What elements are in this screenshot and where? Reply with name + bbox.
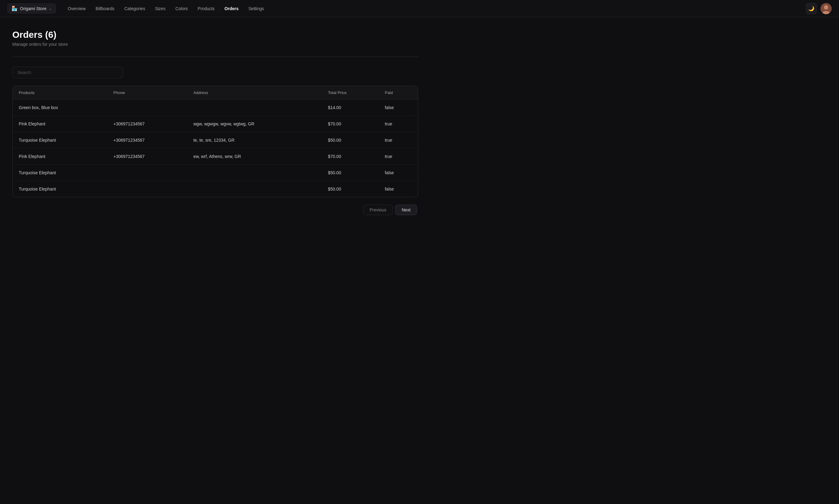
store-icon: 🏪 xyxy=(11,5,18,11)
nav-link-categories[interactable]: Categories xyxy=(120,4,150,13)
page-title: Orders (6) xyxy=(12,30,418,40)
table-body: Green box, Blue box$14.00falsePink Eleph… xyxy=(13,100,418,197)
col-header-address: Address xyxy=(187,86,322,100)
nav-link-colors[interactable]: Colors xyxy=(171,4,192,13)
cell-address xyxy=(187,181,322,197)
moon-icon: 🌙 xyxy=(808,5,815,11)
cell-address: ew, wrf, Athens, wrw, GR xyxy=(187,148,322,165)
cell-products: Turquoise Elephant xyxy=(13,181,107,197)
cell-total_price: $50.00 xyxy=(322,132,379,148)
cell-paid: false xyxy=(379,181,418,197)
cell-phone: +306971234567 xyxy=(107,132,187,148)
table-row: Turquoise Elephant$50.00false xyxy=(13,165,418,181)
theme-toggle-button[interactable]: 🌙 xyxy=(806,3,817,14)
nav-link-orders[interactable]: Orders xyxy=(220,4,243,13)
cell-products: Green box, Blue box xyxy=(13,100,107,116)
nav-link-products[interactable]: Products xyxy=(193,4,219,13)
cell-address xyxy=(187,165,322,181)
cell-address: te, te, sre, 12334, GR xyxy=(187,132,322,148)
cell-products: Pink Elephant xyxy=(13,116,107,132)
nav-link-settings[interactable]: Settings xyxy=(244,4,268,13)
main-content: Orders (6) Manage orders for your store … xyxy=(0,17,431,228)
previous-button[interactable]: Previous xyxy=(363,205,393,215)
table-row: Green box, Blue box$14.00false xyxy=(13,100,418,116)
avatar[interactable] xyxy=(821,3,832,14)
search-input[interactable] xyxy=(12,67,123,78)
col-header-phone: Phone xyxy=(107,86,187,100)
cell-phone xyxy=(107,100,187,116)
store-selector[interactable]: 🏪 Origami Store ⌄ xyxy=(7,3,56,14)
nav-links: OverviewBillboardsCategoriesSizesColorsP… xyxy=(63,4,803,13)
col-header-products: Products xyxy=(13,86,107,100)
cell-paid: true xyxy=(379,132,418,148)
cell-address xyxy=(187,100,322,116)
top-nav: 🏪 Origami Store ⌄ OverviewBillboardsCate… xyxy=(0,0,839,17)
store-name: Origami Store xyxy=(20,6,47,11)
page-subtitle: Manage orders for your store xyxy=(12,42,418,47)
table-row: Pink Elephant+306971234567wgw, wgwgw, wg… xyxy=(13,116,418,132)
cell-phone: +306971234567 xyxy=(107,116,187,132)
section-divider xyxy=(12,56,418,57)
chevron-down-icon: ⌄ xyxy=(49,6,52,11)
cell-total_price: $14.00 xyxy=(322,100,379,116)
cell-phone xyxy=(107,165,187,181)
cell-paid: true xyxy=(379,148,418,165)
cell-paid: false xyxy=(379,165,418,181)
next-button[interactable]: Next xyxy=(395,205,417,215)
cell-address: wgw, wgwgw, wgvw, wgtwg, GR xyxy=(187,116,322,132)
cell-total_price: $50.00 xyxy=(322,181,379,197)
cell-total_price: $50.00 xyxy=(322,165,379,181)
nav-link-overview[interactable]: Overview xyxy=(63,4,90,13)
col-header-paid: Paid xyxy=(379,86,418,100)
table-header: ProductsPhoneAddressTotal PricePaid xyxy=(13,86,418,100)
cell-products: Pink Elephant xyxy=(13,148,107,165)
cell-products: Turquoise Elephant xyxy=(13,165,107,181)
nav-right: 🌙 xyxy=(806,3,832,14)
cell-paid: true xyxy=(379,116,418,132)
col-header-total_price: Total Price xyxy=(322,86,379,100)
table-row: Turquoise Elephant$50.00false xyxy=(13,181,418,197)
cell-paid: false xyxy=(379,100,418,116)
orders-table-container: ProductsPhoneAddressTotal PricePaid Gree… xyxy=(12,86,418,197)
cell-products: Turquoise Elephant xyxy=(13,132,107,148)
orders-table: ProductsPhoneAddressTotal PricePaid Gree… xyxy=(13,86,418,197)
table-row: Turquoise Elephant+306971234567te, te, s… xyxy=(13,132,418,148)
cell-phone: +306971234567 xyxy=(107,148,187,165)
cell-total_price: $70.00 xyxy=(322,116,379,132)
table-row: Pink Elephant+306971234567ew, wrf, Athen… xyxy=(13,148,418,165)
table-header-row: ProductsPhoneAddressTotal PricePaid xyxy=(13,86,418,100)
cell-phone xyxy=(107,181,187,197)
nav-link-sizes[interactable]: Sizes xyxy=(151,4,170,13)
pagination: Previous Next xyxy=(12,205,418,215)
search-container xyxy=(12,67,418,78)
cell-total_price: $70.00 xyxy=(322,148,379,165)
svg-point-1 xyxy=(824,5,828,10)
nav-link-billboards[interactable]: Billboards xyxy=(91,4,119,13)
